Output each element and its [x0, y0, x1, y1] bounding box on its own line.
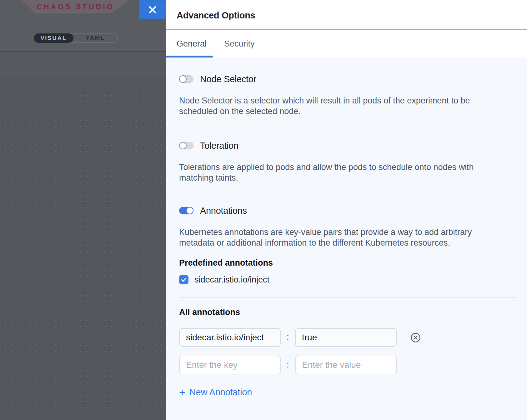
tab-security[interactable]: Security — [224, 30, 257, 58]
chaos-studio-banner: CHAOS STUDIO — [21, 0, 130, 13]
toggle-knob — [179, 75, 187, 83]
advanced-options-drawer: Advanced Options General Security Node S… — [166, 0, 527, 420]
toleration-toggle[interactable] — [179, 142, 193, 149]
sidecar-istio-checkbox-label: sidecar.istio.io/inject — [194, 275, 269, 284]
close-icon — [148, 5, 157, 14]
circle-x-icon — [410, 332, 421, 343]
section-divider — [179, 297, 517, 298]
toggle-knob — [179, 142, 187, 149]
drawer-header-divider — [166, 29, 527, 30]
tab-general[interactable]: General — [166, 30, 213, 58]
annotation-key-input[interactable] — [179, 328, 281, 347]
sidecar-istio-checkbox[interactable] — [179, 275, 188, 284]
node-selector-description: Node Selector is a selector which will r… — [179, 95, 526, 117]
annotation-key-input[interactable] — [179, 356, 281, 374]
annotation-value-input[interactable] — [295, 328, 397, 347]
predefined-annotations-heading: Predefined annotations — [179, 258, 273, 268]
chaos-studio-banner-label: CHAOS STUDIO — [37, 3, 114, 11]
annotations-label: Annotations — [200, 206, 247, 215]
plus-icon: + — [179, 387, 185, 398]
new-annotation-button[interactable]: + New Annotation — [179, 387, 252, 398]
drawer-title: Advanced Options — [177, 0, 255, 29]
toleration-label: Toleration — [200, 141, 238, 150]
node-selector-toggle[interactable] — [179, 75, 193, 83]
key-value-separator: : — [285, 356, 291, 374]
underlay-dotted-canvas — [0, 78, 166, 420]
underlay-toolbar-strip — [0, 52, 166, 78]
annotation-value-input[interactable] — [295, 356, 397, 374]
check-icon — [181, 277, 187, 283]
tab-general-label: General — [177, 39, 207, 48]
yaml-tab-label: YAML — [86, 35, 105, 42]
annotations-description: Kubernetes annotations are key-value pai… — [179, 227, 526, 248]
visual-tab[interactable]: VISUAL — [34, 33, 73, 43]
yaml-tab[interactable]: YAML — [73, 34, 117, 42]
visual-yaml-segmented-control: VISUAL YAML — [34, 33, 118, 43]
node-selector-label: Node Selector — [200, 74, 256, 84]
dimmed-background-page: CHAOS STUDIO VISUAL YAML — [0, 0, 166, 420]
annotations-toggle[interactable] — [179, 207, 193, 214]
visual-tab-label: VISUAL — [40, 35, 67, 42]
close-drawer-button[interactable] — [139, 0, 166, 19]
all-annotations-heading: All annotations — [179, 308, 240, 317]
tab-security-label: Security — [224, 39, 255, 48]
new-annotation-label: New Annotation — [189, 387, 252, 398]
key-value-separator: : — [285, 328, 291, 347]
remove-annotation-button[interactable] — [410, 332, 421, 343]
toggle-knob — [186, 207, 193, 214]
toleration-description: Tolerations are applied to pods and allo… — [179, 162, 526, 183]
